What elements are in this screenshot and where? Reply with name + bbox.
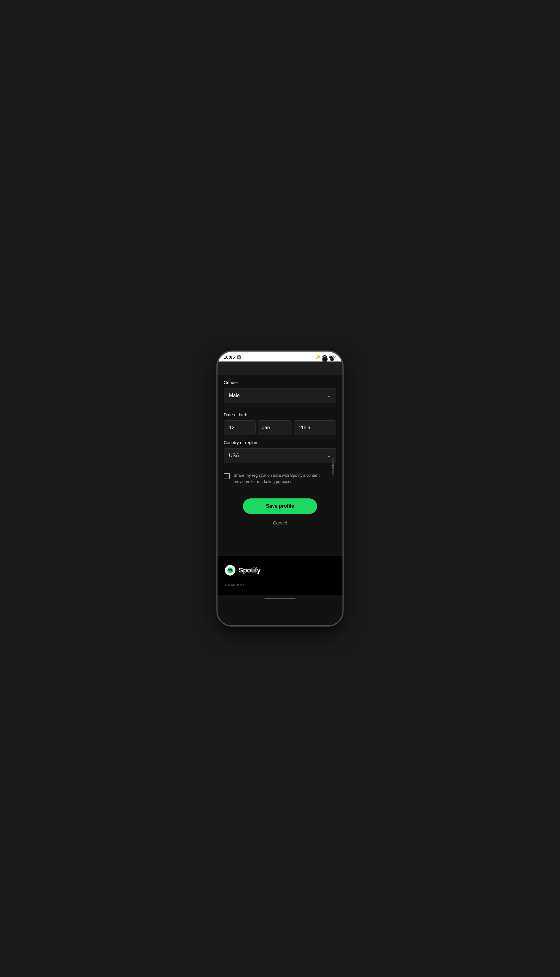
cancel-button[interactable]: Cancel	[273, 519, 287, 527]
country-label: Country or region	[224, 440, 336, 445]
status-time: 10:05	[224, 355, 235, 360]
empty-space	[218, 532, 342, 556]
spotify-name: Spotify	[238, 566, 260, 574]
status-bar: 10:05 4 🔑 46%	[218, 351, 342, 361]
country-value: USA	[229, 453, 239, 458]
gender-section: Gender Male ⌄	[218, 375, 342, 410]
form-content: Gender Male ⌄ Date of birth 12 Jan ⌄ 200…	[218, 361, 342, 626]
dob-row: 12 Jan ⌄ 2006	[224, 420, 336, 435]
save-profile-button[interactable]: Save profile	[243, 499, 317, 514]
scrollbar-track[interactable]: ▲ ▼	[332, 458, 334, 475]
gender-select[interactable]: Male ⌄	[224, 388, 336, 403]
top-bar-scrolled	[218, 361, 342, 375]
company-section-label: COMPANY	[225, 583, 335, 587]
scroll-down-icon[interactable]: ▼	[332, 467, 334, 470]
gender-value: Male	[229, 393, 240, 398]
gender-label: Gender	[224, 380, 336, 385]
key-icon: 🔑	[316, 355, 320, 359]
camera-lens-main	[322, 356, 328, 362]
dob-label: Date of birth	[224, 412, 336, 417]
checkbox-section: Share my registration data with Spotify'…	[218, 470, 342, 491]
marketing-text: Share my registration data with Spotify'…	[233, 472, 336, 485]
camera-area	[322, 356, 334, 362]
dob-month-select[interactable]: Jan ⌄	[258, 420, 292, 435]
spotify-icon	[227, 567, 233, 573]
notification-badge: 4	[237, 355, 241, 359]
screen: 10:05 4 🔑 46%	[218, 351, 342, 626]
month-chevron-icon: ⌄	[284, 425, 287, 430]
footer: Spotify COMPANY	[218, 556, 342, 596]
gender-chevron-icon: ⌄	[327, 393, 331, 398]
dob-section: Date of birth 12 Jan ⌄ 2006	[218, 410, 342, 440]
country-section: Country or region ▲ ▼ USA ⌄	[218, 440, 342, 470]
country-select[interactable]: USA ⌄	[224, 448, 336, 463]
marketing-checkbox[interactable]	[224, 473, 230, 479]
dob-day-input[interactable]: 12	[224, 420, 255, 435]
spotify-circle	[225, 565, 235, 575]
dob-month-value: Jan	[262, 425, 270, 431]
home-indicator	[218, 596, 342, 603]
dob-year-input[interactable]: 2006	[294, 420, 336, 435]
actions-section: Save profile Cancel	[218, 499, 342, 532]
home-bar	[265, 598, 295, 599]
spotify-logo: Spotify	[225, 565, 335, 575]
country-chevron-icon: ⌄	[327, 453, 331, 458]
scroll-up-icon[interactable]: ▲	[332, 464, 334, 467]
phone-frame: 10:05 4 🔑 46%	[217, 351, 343, 626]
camera-lens-secondary	[330, 358, 334, 361]
